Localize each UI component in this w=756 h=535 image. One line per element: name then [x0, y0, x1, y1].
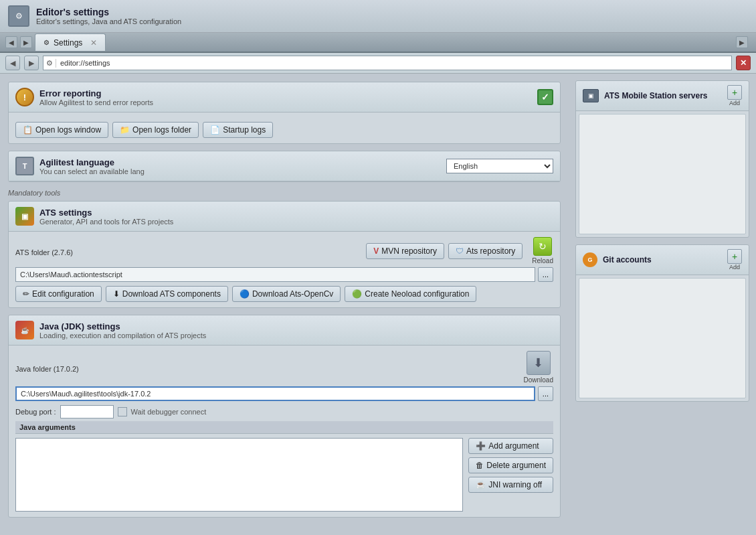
error-reporting-section: ! Error reporting Allow Agilitest to sen… — [8, 82, 561, 144]
settings-tab-icon: ⚙ — [43, 39, 50, 46]
monitor-icon-symbol: ▣ — [588, 92, 594, 99]
java-folder-header-row: Java folder (17.0.2) ⬇ Download — [15, 351, 553, 384]
ats-settings-icon: ▣ — [15, 207, 34, 226]
open-logs-folder-label: Open logs folder — [132, 125, 191, 135]
ats-folder-path-input[interactable] — [15, 267, 535, 282]
java-icon-symbol: ☕ — [21, 327, 29, 334]
ats-settings-subtitle: Generator, API and tools for ATS project… — [39, 218, 553, 226]
java-settings-header: ☕ Java (JDK) settings Loading, execution… — [9, 315, 560, 346]
app-subtitle: Editor's settings, Java and ATS configur… — [36, 17, 181, 25]
download-opencv-label: Download Ats-OpenCv — [252, 289, 333, 299]
java-args-header: Java arguments — [15, 421, 553, 434]
address-input[interactable] — [56, 56, 731, 70]
wait-debugger-label: Wait debugger connect — [131, 408, 207, 416]
reload-button[interactable]: ↻ Reload — [532, 237, 553, 264]
java-args-section: Java arguments ➕ Add argument 🗑 Delete a… — [15, 421, 553, 512]
open-logs-folder-icon: 📁 — [120, 125, 130, 135]
edit-configuration-label: Edit configuration — [32, 289, 94, 299]
ats-servers-header: ▣ ATS Mobile Station servers + Add — [576, 81, 749, 111]
java-args-buttons: ➕ Add argument 🗑 Delete argument ☕ JNI w… — [468, 438, 553, 512]
add-argument-icon: ➕ — [476, 441, 486, 451]
java-settings-icon: ☕ — [15, 321, 34, 339]
delete-argument-button[interactable]: 🗑 Delete argument — [468, 457, 553, 473]
ats-servers-title: ATS Mobile Station servers — [604, 91, 707, 100]
git-accounts-title: Git accounts — [603, 255, 652, 264]
java-folder-path-input[interactable] — [15, 386, 535, 401]
close-button[interactable]: ✕ — [736, 56, 751, 70]
title-bar-text: Editor's settings Editor's settings, Jav… — [36, 7, 181, 25]
mvn-icon: V — [373, 246, 379, 256]
startup-logs-button[interactable]: 📄 Startup logs — [203, 122, 273, 138]
forward-button[interactable]: ▶ — [24, 56, 39, 70]
git-accounts-add-label: Add — [729, 264, 740, 271]
ats-folder-row: ATS folder (2.7.6) V MVN repository 🛡 At… — [15, 237, 553, 264]
ats-action-buttons: ✏ Edit configuration ⬇ Download ATS comp… — [15, 286, 553, 302]
java-settings-body: Java folder (17.0.2) ⬇ Download ... Debu… — [9, 346, 560, 517]
open-logs-window-label: Open logs window — [35, 125, 101, 135]
download-ats-button[interactable]: ⬇ Download ATS components — [106, 286, 228, 302]
mandatory-tools-label: Mandatory tools — [8, 189, 561, 197]
error-reporting-info: Error reporting Allow Agilitest to send … — [39, 88, 532, 106]
download-opencv-button[interactable]: 🔵 Download Ats-OpenCv — [232, 286, 341, 302]
language-subtitle: You can select an available lang — [39, 167, 441, 175]
mvn-repository-button[interactable]: V MVN repository — [366, 243, 444, 259]
open-logs-folder-button[interactable]: 📁 Open logs folder — [112, 122, 199, 138]
open-logs-window-icon: 📋 — [23, 125, 33, 135]
download-button[interactable]: ⬇ Download — [524, 351, 553, 384]
error-reporting-header: ! Error reporting Allow Agilitest to sen… — [9, 82, 560, 112]
app-icon-symbol: ⚙ — [15, 11, 23, 21]
language-icon-symbol: T — [23, 162, 27, 170]
error-reporting-checkbox[interactable]: ✓ — [537, 89, 553, 105]
startup-logs-label: Startup logs — [223, 125, 266, 135]
startup-logs-icon: 📄 — [210, 125, 220, 135]
download-icon: ⬇ — [527, 351, 551, 375]
language-icon: T — [15, 157, 34, 175]
tab-nav-forward[interactable]: ▶ — [20, 36, 32, 48]
open-logs-window-button[interactable]: 📋 Open logs window — [15, 122, 108, 138]
git-accounts-add-icon: + — [727, 249, 742, 264]
settings-tab[interactable]: ⚙ Settings ✕ — [35, 33, 106, 51]
ats-repo-icon: 🛡 — [456, 246, 464, 256]
ats-repository-button[interactable]: 🛡 Ats repository — [448, 243, 523, 259]
mvn-repository-label: MVN repository — [381, 246, 437, 256]
add-argument-label: Add argument — [488, 441, 539, 451]
ats-servers-add-button[interactable]: + Add — [727, 85, 742, 106]
settings-tab-close[interactable]: ✕ — [90, 38, 97, 48]
tab-overflow-btn[interactable]: ▶ — [736, 36, 748, 48]
create-neoload-icon: 🟢 — [352, 289, 362, 299]
error-reporting-buttons: 📋 Open logs window 📁 Open logs folder 📄 … — [15, 122, 553, 138]
download-ats-label: Download ATS components — [122, 289, 221, 299]
title-bar: ⚙ Editor's settings Editor's settings, J… — [0, 0, 756, 33]
tab-nav-back[interactable]: ◀ — [5, 36, 17, 48]
language-title: Agilitest language — [39, 157, 441, 167]
ats-settings-title: ATS settings — [39, 208, 553, 218]
add-argument-button[interactable]: ➕ Add argument — [468, 438, 553, 454]
error-reporting-icon: ! — [15, 88, 34, 106]
git-icon-symbol: G — [587, 256, 592, 263]
jni-warning-button[interactable]: ☕ JNI warning off — [468, 477, 553, 493]
download-opencv-icon: 🔵 — [240, 289, 250, 299]
ats-icon-symbol: ▣ — [21, 212, 28, 221]
create-neoload-button[interactable]: 🟢 Create Neoload configuration — [345, 286, 476, 302]
ats-folder-label: ATS folder (2.7.6) — [15, 248, 73, 256]
language-info: Agilitest language You can select an ava… — [39, 157, 441, 175]
java-args-list[interactable] — [15, 438, 463, 512]
debug-port-input[interactable] — [60, 405, 114, 418]
download-label: Download — [524, 376, 553, 384]
language-select[interactable]: English French Spanish — [446, 159, 553, 173]
ats-browse-button[interactable]: ... — [538, 267, 553, 282]
ats-servers-icon: ▣ — [583, 89, 599, 102]
java-settings-section: ☕ Java (JDK) settings Loading, execution… — [8, 315, 561, 518]
edit-configuration-button[interactable]: ✏ Edit configuration — [15, 286, 102, 302]
git-accounts-header: G Git accounts + Add — [576, 245, 749, 275]
wait-debugger-checkbox[interactable] — [118, 407, 127, 416]
tab-bar: ◀ ▶ ⚙ Settings ✕ ▶ — [0, 33, 756, 53]
git-accounts-add-button[interactable]: + Add — [727, 249, 742, 271]
java-browse-button[interactable]: ... — [538, 386, 553, 401]
java-args-container: ➕ Add argument 🗑 Delete argument ☕ JNI w… — [15, 438, 553, 512]
git-accounts-list — [579, 278, 746, 398]
app-title: Editor's settings — [36, 7, 181, 17]
ats-repository-label: Ats repository — [466, 246, 515, 256]
back-button[interactable]: ◀ — [5, 56, 20, 70]
edit-config-icon: ✏ — [23, 289, 29, 299]
